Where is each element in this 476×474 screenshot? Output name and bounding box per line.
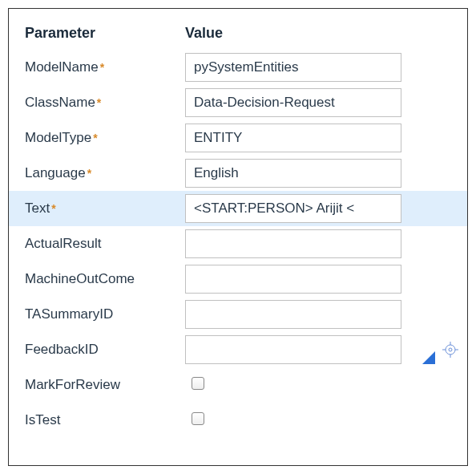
crosshair-icon[interactable]	[442, 341, 459, 359]
checkbox-markforreview[interactable]	[192, 377, 204, 390]
required-star-icon: *	[87, 167, 91, 180]
row-language: Language *	[25, 156, 459, 191]
label-modeltype: ModelType *	[25, 130, 185, 146]
row-actualresult: ActualResult	[25, 226, 459, 261]
checkbox-istest[interactable]	[192, 412, 204, 425]
row-feedbackid: FeedbackID	[25, 332, 459, 367]
required-star-icon: *	[51, 202, 55, 215]
resize-corner-icon	[422, 351, 435, 364]
svg-point-0	[446, 345, 455, 354]
header-parameter: Parameter	[25, 25, 185, 42]
input-machineoutcome[interactable]	[185, 265, 401, 294]
row-machineoutcome: MachineOutCome	[25, 261, 459, 297]
row-classname: ClassName *	[25, 85, 459, 120]
header-value: Value	[185, 25, 459, 42]
row-tasummaryid: TASummaryID	[25, 297, 459, 332]
label-feedbackid: FeedbackID	[25, 342, 185, 358]
input-modeltype[interactable]	[185, 124, 401, 152]
label-classname: ClassName *	[25, 95, 185, 111]
input-modelname[interactable]	[185, 53, 401, 82]
row-istest: IsTest	[25, 403, 459, 438]
svg-point-1	[449, 348, 452, 351]
required-star-icon: *	[97, 96, 101, 109]
input-language[interactable]	[185, 159, 401, 188]
label-language: Language *	[25, 165, 185, 181]
input-tasummaryid[interactable]	[185, 300, 401, 329]
label-istest: IsTest	[25, 412, 185, 428]
input-feedbackid[interactable]	[185, 335, 401, 364]
input-actualresult[interactable]	[185, 229, 401, 258]
label-markforreview: MarkForReview	[25, 377, 185, 393]
parameter-panel: Parameter Value ModelName * ClassName * …	[8, 8, 468, 466]
header-row: Parameter Value	[25, 25, 459, 42]
label-modelname: ModelName *	[25, 59, 185, 75]
label-machineoutcome: MachineOutCome	[25, 271, 185, 287]
row-modeltype: ModelType *	[25, 120, 459, 156]
row-text: Text *	[9, 191, 467, 226]
label-tasummaryid: TASummaryID	[25, 306, 185, 322]
input-text[interactable]	[185, 194, 401, 223]
label-actualresult: ActualResult	[25, 236, 185, 252]
label-text: Text *	[25, 201, 185, 217]
required-star-icon: *	[100, 61, 104, 74]
row-modelname: ModelName *	[25, 50, 459, 85]
row-markforreview: MarkForReview	[25, 367, 459, 403]
required-star-icon: *	[93, 132, 97, 144]
input-classname[interactable]	[185, 88, 401, 117]
